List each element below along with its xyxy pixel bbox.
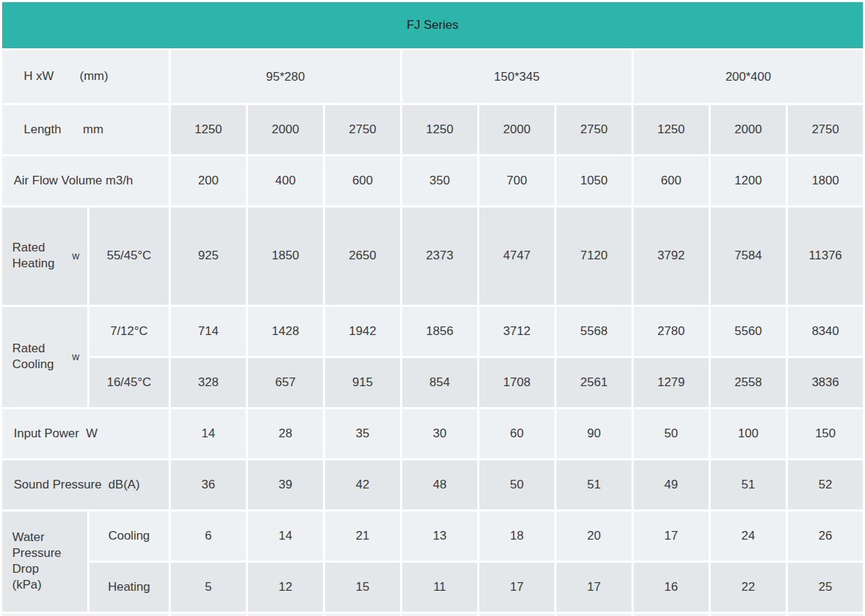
- water-pressure-value: 14: [248, 512, 323, 561]
- rated-heating-value: 2650: [325, 207, 400, 305]
- rated-heating-label: Rated Heating: [12, 240, 55, 272]
- airflow-value: 400: [248, 156, 323, 205]
- sound-pressure-value: 52: [788, 460, 863, 509]
- row-label-rated-cooling: Rated Coolingw: [2, 307, 87, 407]
- rated-cooling-value: 1279: [634, 358, 709, 407]
- input-power-value: 28: [248, 409, 323, 458]
- length-value: 1250: [171, 105, 246, 154]
- water-pressure-value: 5: [171, 563, 246, 612]
- rated-cooling-value: 1428: [248, 307, 323, 356]
- length-value: 1250: [402, 105, 477, 154]
- sound-pressure-value: 50: [479, 460, 554, 509]
- rated-heating-value: 7584: [711, 207, 786, 305]
- weight-value: 42: [634, 614, 709, 616]
- rated-cooling-value: 8340: [788, 307, 863, 356]
- water-pressure-value: 6: [171, 512, 246, 561]
- weight-value: 35: [402, 614, 477, 616]
- rated-cooling-value: 854: [402, 358, 477, 407]
- weight-value: 75: [556, 614, 631, 616]
- airflow-value: 600: [634, 156, 709, 205]
- input-power-value: 60: [479, 409, 554, 458]
- weight-value: 55: [479, 614, 554, 616]
- row-label-airflow: Air Flow Volume m3/h: [2, 156, 169, 205]
- sound-pressure-value: 51: [556, 460, 631, 509]
- rated-cooling-value: 3712: [479, 307, 554, 356]
- length-value: 2000: [248, 105, 323, 154]
- water-pressure-value: 26: [788, 512, 863, 561]
- row-label-water-pressure: Water Pressure Drop (kPa): [2, 512, 87, 612]
- rated-cooling-condition-1: 16/45°C: [89, 358, 169, 407]
- rated-cooling-label: Rated Cooling: [12, 341, 54, 372]
- input-power-value: 30: [402, 409, 477, 458]
- water-pressure-mode-1: Heating: [89, 563, 169, 612]
- weight-value: 88: [788, 614, 863, 616]
- hxw-unit: (mm): [80, 69, 109, 83]
- weight-value: 42: [325, 614, 400, 616]
- rated-cooling-value: 2558: [711, 358, 786, 407]
- rated-heating-condition: 55/45°C: [89, 207, 169, 305]
- water-pressure-value: 20: [556, 512, 631, 561]
- rated-cooling-value: 2780: [634, 307, 709, 356]
- sound-pressure-value: 51: [711, 460, 786, 509]
- rated-cooling-value: 915: [325, 358, 400, 407]
- water-pressure-value: 12: [248, 563, 323, 612]
- table-title: FJ Series: [2, 2, 863, 48]
- input-power-value: 150: [788, 409, 863, 458]
- airflow-value: 1200: [711, 156, 786, 205]
- water-pressure-value: 17: [479, 563, 554, 612]
- rated-heating-value: 4747: [479, 207, 554, 305]
- airflow-value: 600: [325, 156, 400, 205]
- input-power-value: 35: [325, 409, 400, 458]
- rated-cooling-value: 1942: [325, 307, 400, 356]
- length-value: 2750: [556, 105, 631, 154]
- water-pressure-value: 17: [556, 563, 631, 612]
- water-pressure-value: 11: [402, 563, 477, 612]
- length-value: 2000: [711, 105, 786, 154]
- rated-heating-value: 11376: [788, 207, 863, 305]
- size-group-2: 200*400: [634, 50, 863, 103]
- row-label-hxw: H xW(mm): [2, 50, 169, 103]
- water-pressure-value: 24: [711, 512, 786, 561]
- rated-cooling-unit: w: [72, 350, 79, 363]
- hxw-label: H xW: [24, 69, 54, 83]
- row-label-input-power: Input Power W: [2, 409, 169, 458]
- length-value: 2000: [479, 105, 554, 154]
- length-value: 1250: [634, 105, 709, 154]
- water-pressure-value: 17: [634, 512, 709, 561]
- water-pressure-mode-0: Cooling: [89, 512, 169, 561]
- length-label: Length: [24, 122, 61, 136]
- weight-value: 65: [711, 614, 786, 616]
- sound-pressure-value: 48: [402, 460, 477, 509]
- rated-cooling-condition-0: 7/12°C: [89, 307, 169, 356]
- rated-cooling-value: 2561: [556, 358, 631, 407]
- input-power-value: 100: [711, 409, 786, 458]
- fj-series-spec-table: FJ Series H xW(mm) 95*280 150*345 200*40…: [0, 0, 865, 616]
- airflow-value: 700: [479, 156, 554, 205]
- airflow-value: 1050: [556, 156, 631, 205]
- rated-heating-value: 2373: [402, 207, 477, 305]
- water-pressure-value: 13: [402, 512, 477, 561]
- rated-cooling-value: 1708: [479, 358, 554, 407]
- rated-cooling-value: 657: [248, 358, 323, 407]
- rated-heating-value: 1850: [248, 207, 323, 305]
- rated-heating-unit: w: [72, 249, 79, 262]
- water-pressure-value: 18: [479, 512, 554, 561]
- airflow-value: 350: [402, 156, 477, 205]
- row-label-rated-heating: Rated Heatingw: [2, 207, 87, 305]
- input-power-value: 50: [634, 409, 709, 458]
- input-power-value: 90: [556, 409, 631, 458]
- rated-cooling-value: 3836: [788, 358, 863, 407]
- rated-cooling-value: 5560: [711, 307, 786, 356]
- weight-value: 21: [171, 614, 246, 616]
- length-unit: mm: [83, 122, 103, 136]
- rated-heating-value: 925: [171, 207, 246, 305]
- rated-cooling-value: 328: [171, 358, 246, 407]
- weight-value: 32: [248, 614, 323, 616]
- water-pressure-value: 22: [711, 563, 786, 612]
- rated-cooling-value: 1856: [402, 307, 477, 356]
- rated-cooling-value: 714: [171, 307, 246, 356]
- size-group-1: 150*345: [402, 50, 631, 103]
- rated-cooling-value: 5568: [556, 307, 631, 356]
- row-label-length: Lengthmm: [2, 105, 169, 154]
- row-label-sound-pressure: Sound Pressure dB(A): [2, 460, 169, 509]
